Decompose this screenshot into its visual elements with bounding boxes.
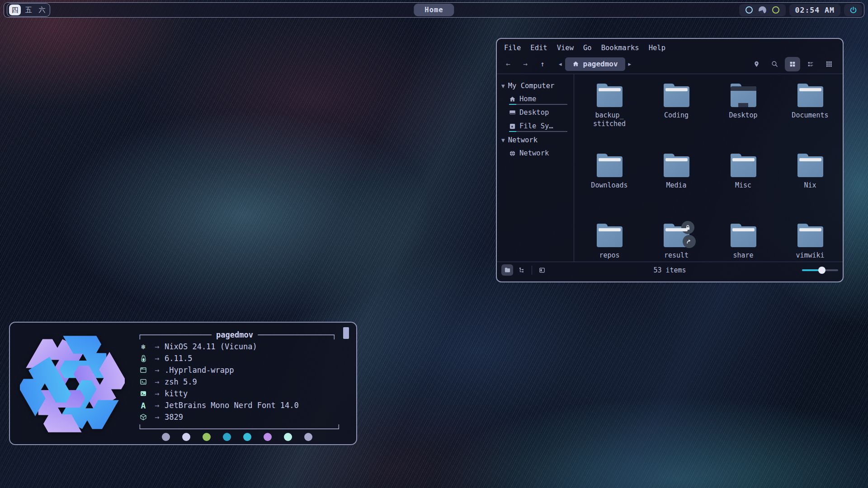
arrow-icon: → <box>149 413 165 422</box>
file-item-vimwiki[interactable]: vimwiki <box>778 226 842 260</box>
arrow-icon: → <box>149 354 165 363</box>
folder-icon <box>731 226 756 247</box>
grid-view-button[interactable] <box>785 57 800 71</box>
palette-color-6 <box>264 433 272 441</box>
file-item-misc[interactable]: Misc <box>712 156 775 190</box>
fetch-value: kitty <box>165 389 188 398</box>
workspace-1[interactable]: 四 <box>9 5 21 15</box>
file-item-documents[interactable]: Documents <box>778 86 842 120</box>
fetch-row-shell: →zsh 5.9 <box>137 376 354 388</box>
nixos-logo <box>20 332 125 436</box>
back-button[interactable]: ← <box>502 60 514 68</box>
items-count: 53 items <box>653 266 686 274</box>
nav-buttons: ←→↑ <box>502 60 548 68</box>
workspace-switcher[interactable]: 四五六 <box>7 3 50 17</box>
breadcrumb-prev-icon[interactable]: ◂ <box>557 61 564 67</box>
menu-file[interactable]: File <box>504 44 521 52</box>
file-item-backup_-stitched[interactable]: backup_ stitched <box>578 86 641 128</box>
file-item-repos[interactable]: repos <box>578 226 641 260</box>
file-item-nix[interactable]: Nix <box>778 156 842 190</box>
palette-color-2 <box>182 433 190 441</box>
sidebar-section-network[interactable]: ▼Network <box>501 134 571 146</box>
collapse-triangle-icon[interactable]: ▼ <box>501 84 505 89</box>
sidebar-item-desktop[interactable]: Desktop <box>501 106 571 119</box>
menu-go[interactable]: Go <box>583 44 592 52</box>
menu-help[interactable]: Help <box>649 44 665 52</box>
fetch-value: JetBrains Mono Nerd Font 14.0 <box>165 401 299 410</box>
shortcut-icon <box>683 235 696 248</box>
sidebar-item-network[interactable]: Network <box>501 146 571 160</box>
menu-bar: FileEditViewGoBookmarksHelp <box>497 39 843 54</box>
zoom-slider-knob[interactable] <box>818 267 826 274</box>
toolbar: ←→↑ ◂ pagedmov ▸ <box>497 54 843 74</box>
file-item-result[interactable]: result <box>645 226 708 260</box>
arrow-icon: → <box>149 342 165 351</box>
folder-icon <box>797 86 823 107</box>
fetch-row-terminal: →kitty <box>137 388 354 399</box>
workspace-2[interactable]: 五 <box>23 5 34 15</box>
location-pin-button[interactable] <box>749 57 764 71</box>
workspace-3[interactable]: 六 <box>36 5 48 15</box>
folder-icon <box>597 156 623 177</box>
file-item-label: result <box>664 251 689 260</box>
fetch-value: NixOS 24.11 (Vicuna) <box>165 342 257 351</box>
forward-button[interactable]: → <box>519 60 531 68</box>
sidebar-item-label: Network <box>519 149 549 157</box>
folder-icon <box>797 226 823 247</box>
arrow-icon: → <box>149 377 165 386</box>
file-item-media[interactable]: Media <box>645 156 708 190</box>
file-item-label: vimwiki <box>796 251 824 260</box>
file-item-downloads[interactable]: Downloads <box>578 156 641 190</box>
search-button[interactable] <box>767 57 782 71</box>
tree-view-button[interactable] <box>516 264 528 276</box>
power-button[interactable] <box>844 4 862 16</box>
menu-bookmarks[interactable]: Bookmarks <box>601 44 639 52</box>
fetch-row-window-manager: →.Hyprland-wrapp <box>137 364 354 376</box>
icon-view-button[interactable] <box>501 264 513 276</box>
sidebar-item-filesy[interactable]: File Sy… <box>501 119 571 133</box>
breadcrumb-location[interactable]: pagedmov <box>565 57 625 71</box>
file-item-coding[interactable]: Coding <box>645 86 708 120</box>
file-item-share[interactable]: share <box>712 226 775 260</box>
palette-color-1 <box>162 433 170 441</box>
file-item-label: Misc <box>735 181 751 190</box>
system-tray[interactable] <box>739 4 786 16</box>
sidebar-section: ▼My ComputerHomeDesktopFile Sy… <box>501 80 571 133</box>
fastfetch-output: ┌─────────────── pagedmov ──────────────… <box>137 329 354 435</box>
penguin-icon <box>137 355 149 362</box>
desktop: 四五六 Home 02:54 AM FileEditViewGoBookmark… <box>0 0 868 488</box>
file-item-desktop[interactable]: Desktop <box>712 86 775 120</box>
status-ring-cyan-icon[interactable] <box>745 6 753 14</box>
places-sidebar: ▼My ComputerHomeDesktopFile Sy…▼NetworkN… <box>497 74 574 262</box>
breadcrumb-next-icon[interactable]: ▸ <box>626 61 634 67</box>
toggle-sidebar-icon <box>539 267 545 273</box>
home-icon <box>572 61 579 67</box>
terminal-color-palette <box>137 433 336 441</box>
list-view-icon <box>807 61 814 68</box>
fetch-row-font: A→JetBrains Mono Nerd Font 14.0 <box>137 399 354 411</box>
fetch-header: ┌─────────────── pagedmov ──────────────… <box>137 329 354 341</box>
compact-view-button[interactable] <box>821 57 836 71</box>
sidebar-item-home[interactable]: Home <box>501 92 571 106</box>
arrow-icon: → <box>149 401 165 410</box>
terminal-cursor <box>343 327 349 339</box>
zoom-slider[interactable] <box>802 267 838 274</box>
toggle-sidebar-button[interactable] <box>536 264 548 276</box>
menu-edit[interactable]: Edit <box>530 44 547 52</box>
status-disk-icon[interactable] <box>759 6 766 14</box>
sidebar-section-my-computer[interactable]: ▼My Computer <box>501 80 571 92</box>
folder-icon <box>597 226 623 247</box>
collapse-triangle-icon[interactable]: ▼ <box>501 138 505 143</box>
folder-icon <box>597 86 623 107</box>
fetch-row-penguin: →6.11.5 <box>137 352 354 364</box>
status-ring-green-icon[interactable] <box>772 6 779 14</box>
file-item-label: share <box>733 251 753 260</box>
list-view-button[interactable] <box>803 57 818 71</box>
menu-view[interactable]: View <box>557 44 574 52</box>
active-window-title: Home <box>414 4 454 16</box>
up-button[interactable]: ↑ <box>537 60 548 68</box>
palette-color-4 <box>223 433 231 441</box>
package-icon <box>137 413 149 421</box>
fetch-row-nix-snowflake: ❄→NixOS 24.11 (Vicuna) <box>137 341 354 352</box>
shell-icon <box>137 378 149 385</box>
